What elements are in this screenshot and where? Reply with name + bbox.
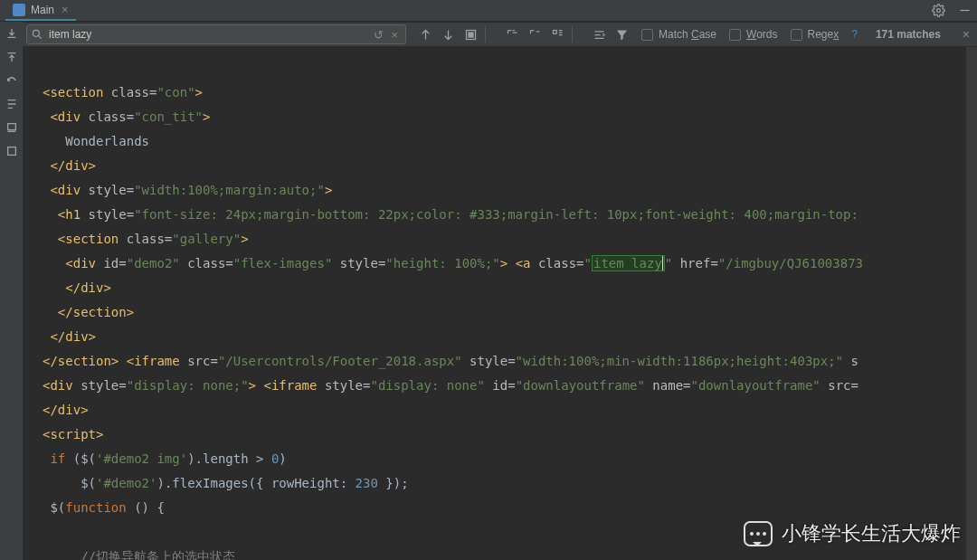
tab-bar: Main ×: [0, 0, 977, 22]
search-box[interactable]: ↺ ×: [26, 24, 406, 44]
find-close-icon[interactable]: ×: [963, 27, 970, 42]
gutter-icon[interactable]: [5, 98, 18, 110]
gutter-icon[interactable]: [5, 74, 18, 87]
svg-point-4: [33, 30, 39, 36]
minimize-icon[interactable]: [958, 4, 972, 17]
search-clear-icon[interactable]: ×: [387, 28, 402, 42]
match-case-checkbox[interactable]: Match Case: [641, 28, 716, 41]
remove-selection-icon[interactable]: [528, 28, 542, 42]
regex-help-icon[interactable]: ?: [851, 28, 858, 41]
gutter-icon[interactable]: [5, 121, 18, 134]
separator: [572, 26, 573, 43]
find-bar: ↺ × Match Case: [23, 22, 977, 47]
watermark-text: 小锋学长生活大爆炸: [782, 520, 961, 547]
add-selection-icon[interactable]: [506, 28, 519, 42]
tab-title: Main: [31, 4, 54, 16]
search-icon: [31, 28, 43, 41]
next-match-icon[interactable]: [441, 28, 455, 42]
code-editor[interactable]: <section class="con"> <div class="con_ti…: [23, 47, 977, 560]
left-gutter: [0, 22, 23, 560]
search-input[interactable]: [43, 28, 370, 41]
regex-label: Regex: [808, 28, 839, 41]
select-all-icon[interactable]: [464, 28, 478, 42]
toggle-style-icon[interactable]: [593, 28, 606, 42]
match-count: 171 matches: [876, 28, 941, 41]
gear-icon[interactable]: [932, 4, 945, 17]
search-history-icon[interactable]: ↺: [370, 28, 387, 42]
file-icon: [13, 4, 25, 16]
gutter-icon[interactable]: [5, 27, 18, 40]
regex-checkbox[interactable]: Regex: [791, 28, 839, 41]
svg-rect-7: [469, 33, 473, 37]
scrollbar[interactable]: [966, 47, 977, 560]
svg-line-5: [38, 35, 41, 38]
gutter-icon[interactable]: [5, 145, 18, 157]
svg-rect-3: [7, 147, 15, 156]
select-occurrences-icon[interactable]: [551, 28, 564, 42]
match-case-label: Match Case: [659, 28, 716, 41]
tab-close-icon[interactable]: ×: [62, 3, 69, 16]
filter-icon[interactable]: [615, 28, 629, 42]
svg-point-0: [937, 9, 941, 13]
watermark: 小锋学长生活大爆炸: [744, 520, 961, 547]
wechat-icon: [744, 521, 773, 546]
search-highlight: item lazy: [592, 255, 665, 271]
tab-main[interactable]: Main ×: [5, 0, 76, 21]
svg-rect-8: [554, 30, 557, 33]
words-label: Words: [746, 28, 777, 41]
gutter-icon[interactable]: [5, 51, 18, 63]
separator: [485, 26, 486, 43]
words-checkbox[interactable]: Words: [729, 28, 777, 41]
svg-rect-2: [7, 124, 15, 130]
prev-match-icon[interactable]: [419, 28, 432, 42]
